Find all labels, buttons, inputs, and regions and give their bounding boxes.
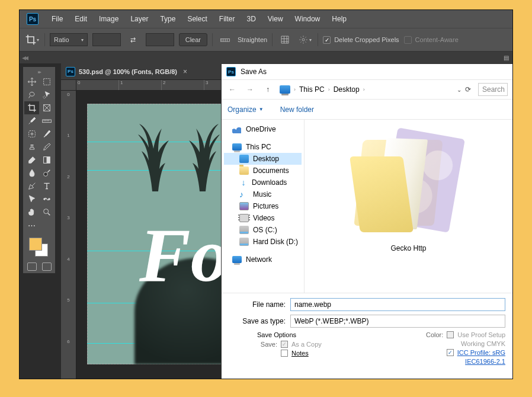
history-brush-tool[interactable] (39, 140, 54, 153)
crumb-desktop[interactable]: Desktop (334, 85, 360, 94)
menu-3d[interactable]: 3D (241, 10, 261, 28)
artwork-text: Fo (139, 216, 229, 293)
straighten-icon[interactable] (217, 32, 233, 47)
dialog-title: Save As (241, 68, 267, 76)
content-aware-checkbox[interactable]: Content-Aware (404, 36, 459, 44)
nav-up-icon[interactable]: ↑ (262, 85, 274, 94)
toolbox-grip-icon[interactable]: ▸▸ (24, 69, 54, 75)
crop-tool-preset-icon[interactable]: ▾ (24, 32, 40, 47)
menu-help[interactable]: Help (326, 10, 352, 28)
options-bar: ▾ Ratio▾ ⇄ Clear Straighten ▾ ✓Delete Cr… (20, 28, 512, 52)
overlay-options-icon[interactable] (277, 32, 293, 47)
filename-input[interactable]: name.webp (290, 298, 505, 311)
type-tool[interactable] (39, 180, 54, 193)
tree-hdd[interactable]: Hard Disk (D:) (224, 236, 302, 248)
pen-tool[interactable] (24, 180, 39, 193)
swap-dimensions-icon[interactable]: ⇄ (126, 32, 141, 47)
as-copy-label: As a Copy (291, 341, 322, 348)
crumb-thispc[interactable]: This PC (299, 85, 325, 94)
tree-videos[interactable]: Videos (224, 212, 302, 224)
toolbox: ▸▸ (23, 67, 55, 273)
filename-label: File name: (229, 300, 286, 309)
ratio-dropdown[interactable]: Ratio▾ (50, 33, 88, 46)
crop-options-gear-icon[interactable]: ▾ (297, 32, 313, 47)
zoom-tool[interactable] (39, 206, 54, 219)
artwork-antler (188, 121, 223, 193)
folder-contents[interactable]: Gecko Http (305, 120, 512, 293)
tree-onedrive[interactable]: OneDrive (224, 123, 302, 135)
hand-tool[interactable] (24, 206, 39, 219)
clone-stamp-tool[interactable] (24, 140, 39, 153)
photoshop-window: Ps File Edit Image Layer Type Select Fil… (19, 9, 513, 379)
iec-label: IEC61966-2.1 (465, 358, 505, 365)
healing-brush-tool[interactable] (24, 127, 39, 140)
refresh-icon[interactable]: ⟳ (465, 85, 475, 94)
lasso-tool[interactable] (24, 88, 39, 101)
search-input[interactable]: Search (478, 83, 508, 96)
brush-tool[interactable] (39, 127, 54, 140)
folder-item[interactable] (352, 128, 465, 241)
canvas[interactable]: Fo (87, 104, 241, 364)
tree-desktop[interactable]: Desktop (224, 153, 302, 165)
panel-handle-icon[interactable]: ◂◂ (22, 53, 27, 62)
crop-width-input[interactable] (92, 33, 121, 46)
menu-type[interactable]: Type (154, 10, 181, 28)
breadcrumb[interactable]: › This PC › Desktop › (280, 85, 451, 94)
ruler-origin[interactable] (61, 80, 76, 91)
ruler-vertical[interactable]: 0 1 2 3 4 5 6 (61, 91, 76, 379)
eraser-tool[interactable] (24, 153, 39, 167)
organize-menu[interactable]: Organize ▼ (227, 105, 264, 114)
crop-height-input[interactable] (146, 33, 174, 46)
tree-osc[interactable]: OS (C:) (224, 224, 302, 236)
clear-button[interactable]: Clear (179, 33, 207, 46)
ruler-tool[interactable] (39, 114, 54, 127)
eyedropper-tool[interactable] (24, 114, 39, 127)
network-icon (232, 256, 242, 263)
tree-thispc[interactable]: This PC (224, 141, 302, 153)
foreground-color[interactable] (29, 238, 42, 251)
as-copy-checkbox: ✓ (281, 341, 288, 348)
menu-edit[interactable]: Edit (69, 10, 93, 28)
delete-cropped-checkbox[interactable]: ✓Delete Cropped Pixels (323, 36, 399, 44)
notes-checkbox[interactable] (281, 350, 288, 357)
path-select-tool[interactable] (24, 193, 39, 206)
app-logo: Ps (27, 13, 39, 25)
new-folder-button[interactable]: New folder (280, 105, 314, 114)
doc-arrange-icon[interactable]: ▤ (504, 55, 509, 61)
dialog-body: OneDrive This PC Desktop Documents ↓Down… (222, 120, 512, 293)
rect-marquee-tool[interactable] (39, 75, 54, 88)
tree-downloads[interactable]: ↓Downloads (224, 177, 302, 188)
shape-tool[interactable] (39, 193, 54, 206)
tree-music[interactable]: ♪Music (224, 188, 302, 200)
quickmask-icon[interactable] (27, 262, 37, 271)
menu-select[interactable]: Select (181, 10, 213, 28)
tree-documents[interactable]: Documents (224, 165, 302, 177)
menu-image[interactable]: Image (93, 10, 124, 28)
tree-network[interactable]: Network (224, 254, 302, 265)
menu-file[interactable]: File (46, 10, 69, 28)
menu-filter[interactable]: Filter (213, 10, 241, 28)
gradient-tool[interactable] (39, 153, 54, 167)
menu-layer[interactable]: Layer (124, 10, 154, 28)
frame-tool[interactable] (39, 101, 54, 114)
menu-view[interactable]: View (262, 10, 289, 28)
videos-icon (239, 214, 249, 222)
tree-pictures[interactable]: Pictures (224, 200, 302, 212)
edit-toolbar[interactable]: ⋯ (24, 219, 39, 232)
screenmode-icon[interactable] (42, 262, 52, 271)
crop-tool[interactable] (24, 101, 39, 114)
color-swatches[interactable] (24, 236, 54, 260)
move-tool[interactable] (24, 75, 39, 88)
icc-profile-link[interactable]: ICC Profile: sRG (457, 349, 505, 356)
dodge-tool[interactable] (39, 167, 54, 180)
type-dropdown[interactable]: WebP (*.WEBP;*.WBP) (290, 315, 505, 328)
quick-select-tool[interactable] (39, 88, 54, 101)
crumb-dropdown-icon[interactable]: ⌄ (457, 87, 462, 93)
menu-window[interactable]: Window (289, 10, 326, 28)
nav-tree[interactable]: OneDrive This PC Desktop Documents ↓Down… (222, 120, 305, 293)
close-tab-icon[interactable]: × (183, 68, 187, 76)
dialog-titlebar[interactable]: Ps Save As (222, 64, 512, 79)
blur-tool[interactable] (24, 167, 39, 180)
icc-checkbox[interactable]: ✓ (447, 349, 454, 356)
nav-back-icon[interactable]: ← (226, 85, 238, 94)
